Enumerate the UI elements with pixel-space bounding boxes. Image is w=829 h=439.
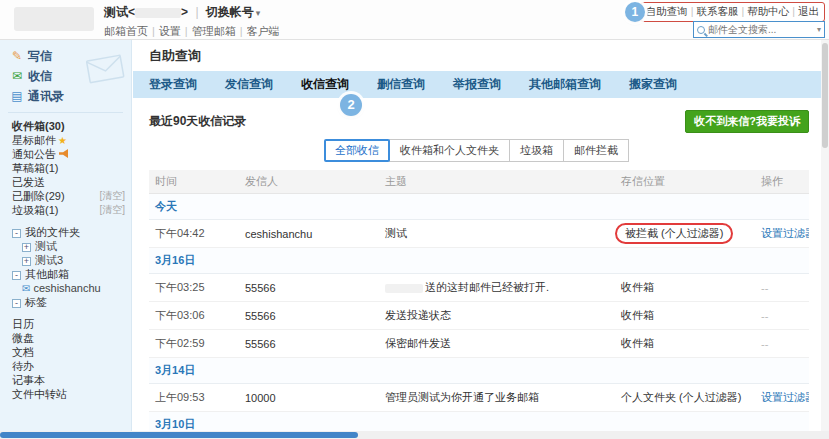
tab[interactable]: 收信查询 — [301, 76, 349, 93]
sidebar-folders: 收件箱(30)星标邮件★通知公告草稿箱(1)已发送已删除(29)[清空]垃圾箱(… — [0, 119, 131, 217]
complaint-button[interactable]: 收不到来信?我要投诉 — [685, 110, 809, 133]
date-group-row: 3月16日 — [149, 248, 809, 274]
sidebar-action-label: 收信 — [28, 69, 52, 83]
sidebar-tree-item[interactable]: ✉ceshishanchu — [0, 281, 131, 295]
set-filter-link[interactable]: 设置过滤器 — [761, 391, 809, 403]
table-row[interactable]: 上午09:5310000管理员测试为你开通了业务邮箱个人文件夹 (个人过滤器)设… — [149, 384, 809, 412]
filter-group: 全部收信收件箱和个人文件夹垃圾箱邮件拦截 — [133, 139, 821, 162]
tab[interactable]: 举报查询 — [453, 76, 501, 93]
top-link[interactable]: 联系客服 — [697, 5, 739, 17]
subject-text: 测试 — [385, 227, 407, 239]
sidebar-app-item[interactable]: 文档 — [0, 345, 131, 359]
header-nav-link[interactable]: 客户端 — [247, 25, 280, 37]
top-link[interactable]: 帮助中心 — [747, 5, 789, 17]
sidebar-folder[interactable]: 通知公告 — [0, 147, 131, 161]
horizontal-scrollbar-thumb[interactable] — [0, 432, 358, 438]
vertical-scrollbar[interactable] — [821, 40, 829, 431]
header-nav-links: 邮箱首页|设置|管理邮箱|客户端 — [104, 24, 280, 39]
tree-item-label: ceshishanchu — [33, 282, 100, 294]
date-group-label: 今天 — [149, 194, 809, 220]
cell-action: -- — [755, 330, 809, 358]
cell-sender: 55566 — [239, 274, 379, 302]
cell-sender: ceshishanchu — [239, 220, 379, 248]
sidebar-folder[interactable]: 已删除(29)[清空] — [0, 189, 131, 203]
empty-folder-link[interactable]: [清空] — [99, 189, 125, 203]
sidebar-tree-item[interactable]: +测试3 — [0, 253, 131, 267]
sidebar-app-item[interactable]: 文件中转站 — [0, 387, 131, 401]
set-filter-link[interactable]: 设置过滤器 — [761, 227, 809, 239]
tree-group-label: 其他邮箱 — [25, 268, 69, 280]
tab[interactable]: 发信查询 — [225, 76, 273, 93]
sidebar-folder[interactable]: 草稿箱(1) — [0, 161, 131, 175]
topbar: 测试<> | 切换帐号▾ 邮箱首页|设置|管理邮箱|客户端 1 自助查询|联系客… — [0, 0, 829, 40]
tab[interactable]: 登录查询 — [149, 76, 197, 93]
redacted-email — [135, 8, 181, 18]
header-nav-link[interactable]: 管理邮箱 — [192, 25, 236, 37]
sidebar-folder[interactable]: 已发送 — [0, 175, 131, 189]
horizontal-scrollbar[interactable] — [0, 431, 829, 439]
tree-collapse-icon[interactable]: - — [12, 229, 21, 238]
switch-account-link[interactable]: 切换帐号▾ — [206, 5, 261, 19]
sidebar-tree-group[interactable]: -其他邮箱 — [0, 267, 131, 281]
cell-time: 下午04:42 — [149, 220, 239, 248]
mail-search[interactable]: ▾ — [693, 21, 825, 38]
header-nav-link[interactable]: 邮箱首页 — [104, 25, 148, 37]
megaphone-icon — [59, 149, 68, 158]
sidebar-actions: ✎写信✉收信▤通讯录 — [0, 46, 131, 106]
tab[interactable]: 其他邮箱查询 — [529, 76, 601, 93]
compose-icon: ✎ — [10, 46, 24, 66]
sidebar-action-contacts[interactable]: ▤通讯录 — [0, 86, 131, 106]
filter-button[interactable]: 垃圾箱 — [509, 139, 564, 162]
table-body: 今天下午04:42ceshishanchu测试被拦截 (个人过滤器)设置过滤器3… — [149, 194, 809, 432]
sidebar-tree-item[interactable]: +测试 — [0, 239, 131, 253]
tab[interactable]: 搬家查询 — [629, 76, 677, 93]
tree-expand-icon[interactable]: + — [22, 243, 31, 252]
tree-collapse-icon[interactable]: - — [12, 271, 21, 280]
table-row[interactable]: 下午02:5955566保密邮件发送收件箱-- — [149, 330, 809, 358]
cell-subject: 管理员测试为你开通了业务邮箱 — [379, 384, 615, 412]
column-header: 存信位置 — [615, 170, 755, 194]
cell-subject: 保密邮件发送 — [379, 330, 615, 358]
sidebar-apps: 日历微盘文档待办记事本文件中转站 — [0, 317, 131, 401]
table-row[interactable]: 下午04:42ceshishanchu测试被拦截 (个人过滤器)设置过滤器 — [149, 220, 809, 248]
annotation-step-1: 1 — [625, 2, 645, 22]
tree-expand-icon[interactable]: + — [22, 257, 31, 266]
cell-sender: 55566 — [239, 330, 379, 358]
intercepted-annotation: 被拦截 (个人过滤器) — [615, 223, 733, 244]
sidebar-app-item[interactable]: 日历 — [0, 317, 131, 331]
top-link[interactable]: 退出 — [798, 5, 819, 17]
subject-text: 管理员测试为你开通了业务邮箱 — [385, 391, 539, 403]
subject-text: 保密邮件发送 — [385, 337, 451, 349]
sidebar-folder[interactable]: 垃圾箱(1)[清空] — [0, 203, 131, 217]
empty-folder-link[interactable]: [清空] — [99, 203, 125, 217]
sidebar-app-item[interactable]: 微盘 — [0, 331, 131, 345]
header-nav-link[interactable]: 设置 — [159, 25, 181, 37]
search-input[interactable] — [708, 24, 817, 35]
filter-button[interactable]: 邮件拦截 — [563, 139, 629, 162]
column-header: 发信人 — [239, 170, 379, 194]
tab[interactable]: 删信查询 — [377, 76, 425, 93]
account-block: 测试<> | 切换帐号▾ 邮箱首页|设置|管理邮箱|客户端 — [104, 4, 280, 39]
sidebar-folder[interactable]: 星标邮件★ — [0, 133, 131, 147]
sidebar: ✎写信✉收信▤通讯录 收件箱(30)星标邮件★通知公告草稿箱(1)已发送已删除(… — [0, 40, 132, 431]
sidebar-tree-group[interactable]: -我的文件夹 — [0, 225, 131, 239]
top-link[interactable]: 自助查询 — [646, 5, 688, 17]
sidebar-tree: -我的文件夹+测试+测试3-其他邮箱✉ceshishanchu-标签 — [0, 225, 131, 309]
sidebar-app-item[interactable]: 待办 — [0, 359, 131, 373]
table-row[interactable]: 下午03:0655566发送投递状态收件箱-- — [149, 302, 809, 330]
sidebar-app-item[interactable]: 记事本 — [0, 373, 131, 387]
table-row[interactable]: 下午03:2555566送的这封邮件已经被打开.收件箱-- — [149, 274, 809, 302]
cell-time: 下午02:59 — [149, 330, 239, 358]
vertical-scrollbar-thumb[interactable] — [822, 43, 828, 148]
mail-icon: ✉ — [22, 283, 30, 294]
tree-collapse-icon[interactable]: - — [12, 299, 21, 308]
filter-button[interactable]: 全部收信 — [324, 139, 390, 162]
folder-label: 垃圾箱(1) — [12, 204, 58, 216]
receive-icon: ✉ — [10, 66, 24, 86]
sidebar-action-receive[interactable]: ✉收信 — [0, 66, 131, 86]
sidebar-tree-group[interactable]: -标签 — [0, 295, 131, 309]
filter-button[interactable]: 收件箱和个人文件夹 — [389, 139, 510, 162]
search-scope-dropdown-icon[interactable]: ▾ — [817, 25, 821, 34]
sidebar-folder[interactable]: 收件箱(30) — [0, 119, 131, 133]
sidebar-action-compose[interactable]: ✎写信 — [0, 46, 131, 66]
